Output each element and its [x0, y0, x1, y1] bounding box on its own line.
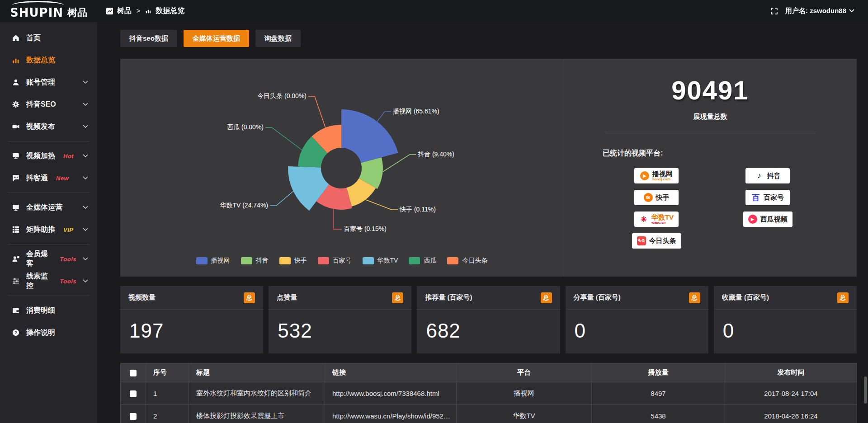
pie-label: 快手 (0.11%) [399, 206, 436, 213]
logo-arc-decoration [12, 1, 64, 10]
sidebar-item-heat[interactable]: 视频加热Hot [0, 147, 97, 165]
stat-card-header: 收藏量 (百家号)总 [714, 286, 857, 310]
legend-swatch [318, 257, 329, 264]
grid-icon [12, 226, 20, 234]
sidebar-item-user[interactable]: 账号管理 [0, 73, 97, 91]
rose-chart-region: 播视网 (65.61%)抖音 (9.40%)快手 (0.11%)百家号 (0.1… [120, 59, 563, 277]
legend-item[interactable]: 华数TV [363, 257, 398, 265]
stat-card-header: 视频数量总 [120, 286, 263, 310]
stat-card-header: 点赞量总 [269, 286, 411, 310]
baijiahao-icon: 百 [751, 193, 760, 202]
sidebar-item-label: 消费明细 [26, 306, 55, 315]
cell-link[interactable]: http://www.wasu.cn/Play/show/id/952… [325, 405, 457, 423]
sidebar-item-gear[interactable]: 抖音SEO [0, 95, 97, 113]
stat-card-value: 0 [714, 310, 857, 342]
column-header-time: 发布时间 [725, 363, 857, 382]
breadcrumb: 树品 > 数据总览 [106, 6, 184, 16]
platform-badge: 头条今日头条 [632, 233, 681, 249]
platform-text: 华数TVwasu.cn [651, 214, 674, 225]
sidebar-item-sliders[interactable]: 线索监控Tools [0, 272, 97, 290]
scrollbar-thumb[interactable] [864, 376, 867, 404]
platform-badge: ✳华数TVwasu.cn [634, 212, 679, 227]
legend-item[interactable]: 快手 [279, 257, 307, 265]
sidebar-item-monitor[interactable]: 全媒体运营 [0, 198, 97, 216]
sidebar-item-home[interactable]: 首页 [0, 29, 97, 47]
cell-link[interactable]: http://www.boosj.com/7338468.html [325, 382, 457, 405]
legend-label: 西瓜 [424, 257, 436, 265]
topbar: SHUPIN 树品 树品 > 数据总览 用户名: zswodun88 [0, 0, 868, 22]
sidebar-item-label: 视频发布 [26, 122, 55, 132]
legend-item[interactable]: 百家号 [318, 257, 352, 265]
stat-card: 视频数量总197 [120, 286, 263, 353]
breadcrumb-root[interactable]: 树品 [117, 6, 132, 16]
cell-title[interactable]: 楼体投影灯投影效果震撼上市 [189, 405, 325, 423]
platform-badge: 百百家号 [745, 190, 790, 205]
sidebar-item-wallet[interactable]: 消费明细 [0, 301, 97, 320]
stat-card-title: 收藏量 (百家号) [722, 293, 769, 302]
legend-swatch [409, 257, 420, 264]
platform-badge: ▶播视网boosj.com [634, 168, 679, 183]
tab-1[interactable]: 抖音seo数据 [120, 30, 177, 47]
stat-card-header: 推荐量 (百家号)总 [417, 286, 560, 310]
sidebar-item-video[interactable]: 视频发布 [0, 118, 97, 136]
select-all-checkbox[interactable] [130, 370, 137, 376]
platform-text: 西瓜视频 [760, 216, 788, 223]
sidebar-item-tag: Hot [63, 153, 74, 160]
app-logo: SHUPIN 树品 [0, 0, 97, 22]
pie-label: 今日头条 (0.00%) [257, 92, 307, 99]
column-header-views: 播放量 [592, 363, 725, 382]
fullscreen-icon[interactable] [770, 7, 778, 15]
bars-icon [12, 56, 20, 64]
legend-item[interactable]: 抖音 [241, 257, 269, 265]
pie-label-line [333, 209, 342, 229]
chevron-down-icon [83, 176, 88, 180]
sidebar-item-help[interactable]: 操作说明 [0, 324, 97, 342]
chevron-down-icon [83, 103, 88, 106]
sidebar: 首页数据总览账号管理抖音SEO视频发布视频加热Hot抖客通New全媒体运营矩阵助… [0, 22, 97, 423]
legend-swatch [279, 257, 291, 264]
platform-text: 今日头条 [649, 237, 676, 244]
legend-swatch [363, 257, 374, 264]
legend-item[interactable]: 西瓜 [409, 257, 436, 265]
stat-card-title: 点赞量 [277, 293, 297, 302]
legend-label: 华数TV [377, 257, 398, 265]
sidebar-item-label: 会员爆客 [26, 249, 52, 268]
monitor-icon [12, 203, 20, 212]
chart-legend: 播视网抖音快手百家号华数TV西瓜今日头条 [120, 257, 563, 265]
bars-icon [145, 8, 151, 14]
cell-title[interactable]: 室外水纹灯和室内水纹灯的区别和简介 [189, 382, 325, 405]
total-badge: 总 [244, 292, 255, 303]
sidebar-item-label: 操作说明 [26, 328, 55, 338]
sidebar-item-label: 线索监控 [26, 272, 52, 291]
pie-slice-1[interactable] [341, 109, 398, 163]
home-icon [12, 34, 20, 42]
tab-3[interactable]: 询盘数据 [255, 30, 301, 47]
cell-time: 2018-04-26 16:24 [725, 405, 857, 423]
wallet-icon [12, 306, 20, 315]
sidebar-item-bars[interactable]: 数据总览 [0, 51, 97, 69]
help-icon [12, 329, 20, 337]
chat-icon [12, 174, 20, 182]
sidebar-item-grid[interactable]: 矩阵助推VIP [0, 221, 97, 239]
platforms-grid: ▶播视网boosj.com♪抖音86快手百百家号✳华数TVwasu.cn▶西瓜视… [601, 168, 823, 249]
legend-label: 今日头条 [462, 257, 487, 265]
platform-name: 今日头条 [649, 237, 676, 244]
breadcrumb-current[interactable]: 数据总览 [156, 6, 184, 16]
row-checkbox[interactable] [130, 390, 137, 397]
cell-check [121, 382, 146, 405]
stat-card-value: 532 [269, 310, 411, 342]
legend-item[interactable]: 播视网 [196, 257, 230, 265]
stat-card-title: 分享量 (百家号) [574, 293, 621, 302]
user-menu[interactable]: 用户名: zswodun88 [785, 7, 854, 15]
stat-card: 推荐量 (百家号)总682 [417, 286, 560, 353]
legend-label: 抖音 [256, 257, 269, 265]
sidebar-item-chat[interactable]: 抖客通New [0, 169, 97, 187]
legend-item[interactable]: 今日头条 [447, 257, 487, 265]
platform-subtext: wasu.cn [651, 221, 666, 225]
main-content: 抖音seo数据全媒体运营数据询盘数据 播视网 (65.61%)抖音 (9.40%… [97, 22, 868, 423]
row-checkbox[interactable] [130, 413, 137, 420]
tab-2[interactable]: 全媒体运营数据 [184, 30, 249, 47]
sidebar-item-member[interactable]: 会员爆客Tools [0, 250, 97, 268]
platform-text: 百家号 [764, 194, 784, 201]
rose-chart[interactable]: 播视网 (65.61%)抖音 (9.40%)快手 (0.11%)百家号 (0.1… [120, 59, 563, 249]
